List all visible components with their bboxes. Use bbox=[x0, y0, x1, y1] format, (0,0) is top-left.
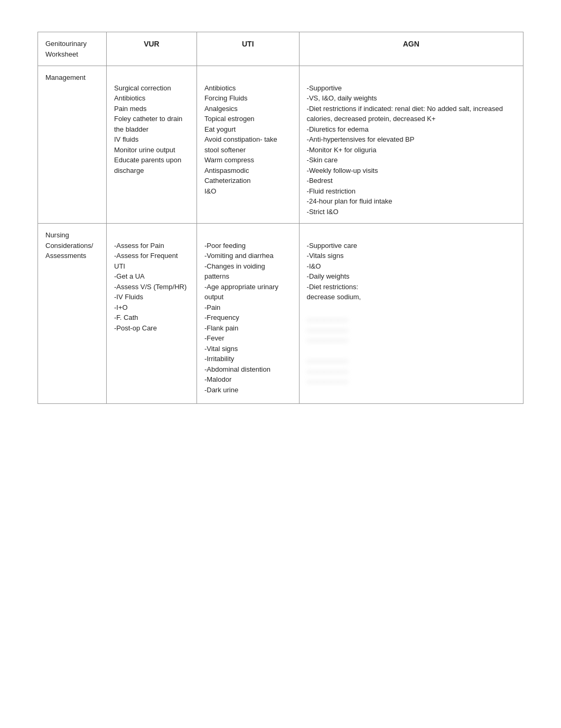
header-agn: AGN bbox=[299, 32, 523, 66]
genitourinary-table: Genitourinary Worksheet VUR UTI AGN Mana… bbox=[38, 32, 523, 404]
header-vur: VUR bbox=[107, 32, 197, 66]
nursing-uti: -Poor feeding -Vomiting and diarrhea -Ch… bbox=[197, 224, 299, 404]
header-uti: UTI bbox=[197, 32, 299, 66]
management-row: Management Surgical correction Antibioti… bbox=[38, 66, 523, 224]
nursing-label: Nursing Considerations/ Assessments bbox=[38, 224, 107, 404]
nursing-agn-visible: -Supportive care -Vitals signs -I&O -Dai… bbox=[307, 242, 361, 301]
management-label: Management bbox=[38, 66, 107, 224]
nursing-row: Nursing Considerations/ Assessments -Ass… bbox=[38, 224, 523, 404]
worksheet-container: Genitourinary Worksheet VUR UTI AGN Mana… bbox=[38, 32, 523, 404]
nursing-agn: -Supportive care -Vitals signs -I&O -Dai… bbox=[299, 224, 523, 404]
header-title: Genitourinary Worksheet bbox=[38, 32, 107, 66]
nursing-vur: -Assess for Pain -Assess for Frequent UT… bbox=[107, 224, 197, 404]
management-uti: Antibiotics Forcing Fluids Analgesics To… bbox=[197, 66, 299, 224]
nursing-agn-blurred: ———————————————————————————————————— bbox=[307, 305, 516, 387]
management-agn: -Supportive -VS, I&O, daily weights -Die… bbox=[299, 66, 523, 224]
management-vur: Surgical correction Antibiotics Pain med… bbox=[107, 66, 197, 224]
